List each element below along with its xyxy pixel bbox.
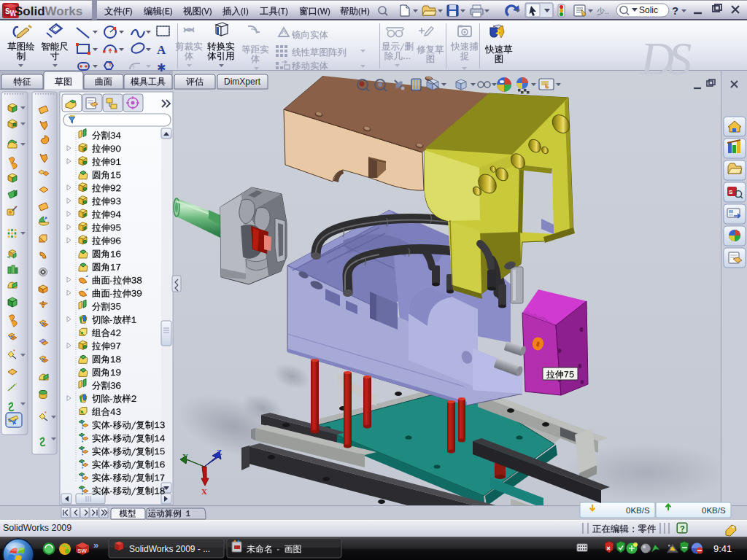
svg-text:Z: Z [217,448,222,456]
svg-text:DimXpert: DimXpert [224,77,261,87]
svg-text:SW: SW [77,548,87,554]
svg-text:0KB/S: 0KB/S [626,506,650,515]
svg-text:A: A [157,43,166,57]
svg-text:DS: DS [640,33,692,85]
svg-text:*: * [44,411,47,416]
svg-text:?: ? [680,524,685,533]
svg-text:SolidWorks 2009: SolidWorks 2009 [3,523,71,533]
svg-text:Y: Y [182,452,188,461]
svg-text:*: * [13,349,15,354]
svg-text:9:41: 9:41 [713,543,732,554]
svg-text:»: » [93,540,98,551]
svg-text:SolidWorks: SolidWorks [15,4,82,18]
svg-text:S: S [729,189,733,195]
svg-text:少..: 少.. [597,7,609,15]
svg-text:Solic: Solic [639,5,658,15]
svg-text:SolidWorks 2009 - ...: SolidWorks 2009 - ... [129,544,210,554]
svg-text:X: X [201,487,207,496]
svg-text:✱: ✱ [157,61,166,74]
svg-text:0KB/S: 0KB/S [702,506,726,515]
svg-text:?: ? [672,4,678,17]
